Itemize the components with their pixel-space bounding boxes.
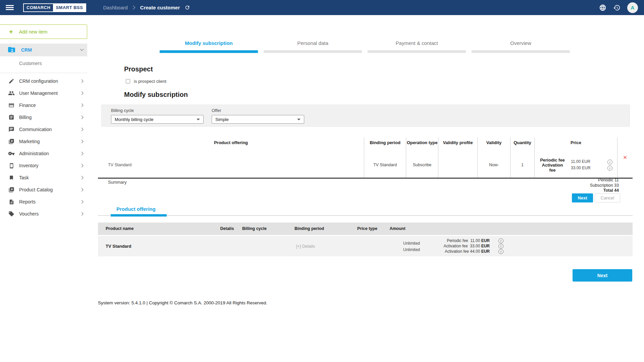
- sidebar-item-inventory[interactable]: Inventory: [0, 160, 87, 172]
- chevron-right-icon: [81, 79, 84, 83]
- dropdown-caret-icon: [297, 119, 301, 120]
- sidebar-divider: [0, 73, 87, 73]
- media-folder-icon: [8, 138, 15, 145]
- price-name: Periodic fee: [539, 158, 566, 163]
- key-icon: [8, 150, 15, 157]
- col-price-type: Price type: [351, 226, 383, 231]
- info-icon[interactable]: [498, 244, 503, 249]
- info-icon[interactable]: [498, 249, 503, 254]
- top-bar: COMARCH SMART BSS Dashboard Create custo…: [0, 0, 644, 15]
- sidebar-item-reports[interactable]: Reports: [0, 196, 87, 208]
- credit-card-icon: [8, 102, 15, 109]
- plus-icon: +: [9, 28, 13, 35]
- sidebar: + Add new item CRM Customers CRM configu…: [0, 15, 87, 362]
- info-icon[interactable]: [498, 238, 503, 243]
- col-product-name: Product name: [106, 226, 133, 231]
- chevron-right-icon: [81, 176, 84, 180]
- billing-cycle-select[interactable]: Monthly billing cycle: [111, 115, 204, 124]
- chevron-right-icon: [81, 152, 84, 156]
- tab-overview[interactable]: Overview: [472, 40, 570, 53]
- offer-label: Offer: [212, 108, 304, 113]
- next-button-bottom[interactable]: Next: [573, 269, 632, 282]
- chevron-right-icon: [81, 139, 84, 143]
- sidebar-item-crm-configuration[interactable]: CRM configuration: [0, 75, 87, 87]
- price-type-values: Unlimited Unlimited: [393, 240, 430, 253]
- amount-values: Periodic fee 11.00 EUR Activation fee 33…: [444, 238, 490, 254]
- chat-icon: [8, 126, 15, 133]
- sidebar-item-finance[interactable]: Finance: [0, 99, 87, 111]
- col-validity: Validity: [478, 137, 510, 152]
- sidebar-item-administration[interactable]: Administration: [0, 147, 87, 160]
- chevron-right-icon: [81, 164, 84, 168]
- product-name: TV Standard: [106, 244, 131, 249]
- user-avatar[interactable]: A: [627, 2, 638, 13]
- is-prospect-checkbox[interactable]: [126, 79, 130, 83]
- delete-row-icon[interactable]: [623, 155, 627, 161]
- bookmark-icon: [8, 174, 15, 181]
- chevron-down-icon: [80, 49, 84, 51]
- chevron-right-icon: [81, 212, 84, 216]
- sidebar-item-product-catalog[interactable]: Product Catalog: [0, 184, 87, 196]
- sidebar-item-user-management[interactable]: User Management: [0, 87, 87, 99]
- col-validity-profile: Validity profile: [438, 137, 477, 152]
- sidebar-item-billing[interactable]: Billing: [0, 111, 87, 123]
- summary-label: Summary: [108, 180, 127, 185]
- add-new-item-button[interactable]: + Add new item: [0, 24, 87, 39]
- tab-payment-contact[interactable]: Payment & contact: [368, 40, 466, 53]
- offer-select[interactable]: Simple: [212, 115, 304, 124]
- cell-price: Periodic fee Activation fee 11.00 EUR 33…: [535, 158, 617, 173]
- clipboard-icon: [8, 114, 15, 121]
- globe-icon[interactable]: [599, 4, 606, 11]
- sidebar-item-task[interactable]: Task: [0, 172, 87, 184]
- breadcrumb-current: Create customer: [140, 5, 180, 10]
- offering-table: Product offering TV Standard Binding per…: [98, 137, 633, 179]
- tag-icon: [8, 210, 15, 217]
- people-icon: [8, 90, 15, 97]
- tab-progress-bar: [264, 50, 362, 53]
- sidebar-item-crm[interactable]: CRM: [0, 44, 87, 56]
- sidebar-item-marketing[interactable]: Marketing: [0, 135, 87, 147]
- app-root: COMARCH SMART BSS Dashboard Create custo…: [0, 0, 644, 362]
- tab-progress-bar: [472, 50, 570, 53]
- chevron-right-icon: [81, 200, 84, 204]
- col-amount: Amount: [381, 226, 414, 231]
- col-product-offering: Product offering: [98, 137, 364, 152]
- modify-subscription-title: Modify subscription: [124, 91, 188, 99]
- price-name: Activation fee: [539, 163, 566, 173]
- sidebar-item-customers[interactable]: Customers: [0, 58, 87, 69]
- history-icon[interactable]: [613, 4, 621, 11]
- summary-values: Periodic 11 Subscription 33 Total 44: [590, 178, 619, 193]
- cell-operation-type: Subscribe: [406, 152, 438, 178]
- cell-validity-profile: [438, 152, 477, 178]
- sidebar-menu: CRM configuration User Management Financ…: [0, 75, 87, 220]
- summary-periodic: Periodic 11: [590, 178, 619, 183]
- hamburger-menu-icon[interactable]: [6, 5, 14, 10]
- sidebar-item-vouchers[interactable]: Vouchers: [0, 208, 87, 220]
- chevron-right-icon: [81, 103, 84, 107]
- chevron-right-icon: [81, 91, 84, 95]
- refresh-icon[interactable]: [184, 5, 190, 10]
- sidebar-item-communication[interactable]: Communication: [0, 123, 87, 135]
- prospect-checkbox-row: is prospect client: [126, 79, 166, 84]
- info-icon[interactable]: [607, 160, 612, 165]
- breadcrumb-dashboard[interactable]: Dashboard: [103, 5, 127, 10]
- tab-product-offering[interactable]: Product offering: [116, 206, 156, 212]
- breadcrumb: Dashboard Create customer: [103, 5, 190, 10]
- details-toggle[interactable]: [+] Details: [296, 244, 315, 249]
- cancel-button[interactable]: Cancel: [595, 193, 620, 202]
- prospect-title: Prospect: [124, 65, 153, 73]
- tab-modify-subscription[interactable]: Modify subscription: [160, 40, 258, 53]
- main-content: Modify subscription Personal data Paymen…: [87, 15, 644, 362]
- product-table-row: TV Standard [+] Details Unlimited Unlimi…: [98, 236, 633, 256]
- price-value: 33.00 EUR: [571, 165, 596, 171]
- cell-product-offering: TV Standard: [98, 152, 364, 178]
- col-binding-period: Binding period: [292, 226, 326, 231]
- tab-personal-data[interactable]: Personal data: [264, 40, 362, 53]
- amount-line: Periodic fee 11.00 EUR: [444, 238, 490, 243]
- info-icon[interactable]: [607, 166, 612, 171]
- billing-cycle-label: Billing cycle: [111, 108, 204, 113]
- tab-progress-bar: [160, 50, 258, 53]
- subscription-form-panel: Billing cycle Monthly billing cycle Offe…: [101, 105, 630, 127]
- topbar-actions: A: [599, 2, 638, 13]
- next-button[interactable]: Next: [572, 193, 593, 202]
